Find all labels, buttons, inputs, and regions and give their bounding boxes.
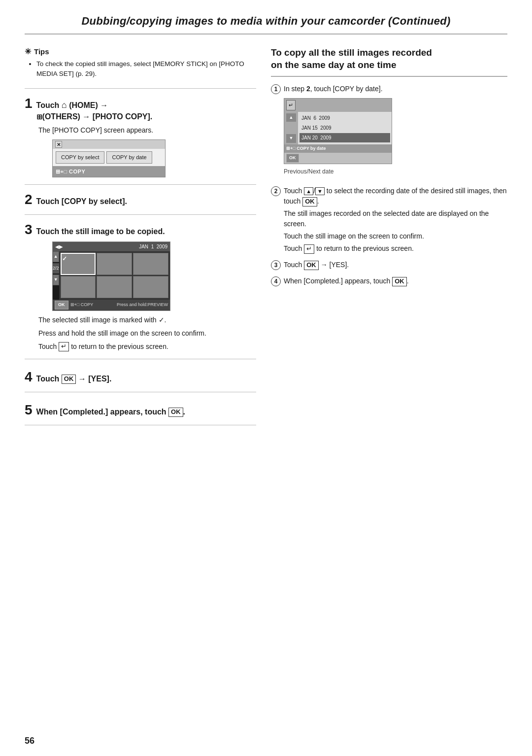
sub-step-1-num: 1 <box>271 84 281 94</box>
tips-icon: ✳ <box>25 47 31 56</box>
sub-step-3-content: Touch OK → [YES]. <box>284 260 507 270</box>
right-column: To copy all the still images recorded on… <box>271 47 507 292</box>
step-3-number: 3 <box>25 222 33 238</box>
right-sub-step-2: 2 Touch ▲/▼ to select the recording date… <box>271 186 507 254</box>
step-3-body3: Touch ↵ to return to the previous screen… <box>38 342 256 352</box>
sub-step-4-num: 4 <box>271 276 281 286</box>
step-1-number: 1 <box>25 96 33 111</box>
step-5-number: 5 <box>25 402 33 418</box>
date-row-1: JAN 6 2009 <box>299 113 390 123</box>
date-ok-row: OK <box>284 153 392 164</box>
date-down-btn[interactable]: ▼ <box>286 134 296 143</box>
thumb-cell-6[interactable] <box>133 276 168 298</box>
divider-after-step3 <box>25 359 256 359</box>
step-1-body: The [PHOTO COPY] screen appears. ✕ COPY … <box>38 125 256 177</box>
heading-line2: on the same day at one time <box>271 60 396 70</box>
divider-after-step2 <box>25 214 256 215</box>
sub-step-2-return-btn: ↵ <box>304 244 314 254</box>
left-column: ✳ Tips To check the copied still images,… <box>25 47 256 432</box>
screen-title-bar: ✕ <box>53 140 165 149</box>
thumb-grid: ✓ <box>59 251 170 300</box>
thumb-down-btn[interactable]: ▼ <box>53 275 59 285</box>
step-4-number: 4 <box>25 369 33 385</box>
thumb-date: JAN 1 2009 <box>139 243 167 250</box>
arrow-up-icon: ▲ <box>304 187 313 195</box>
date-up-btn[interactable]: ▲ <box>286 113 296 122</box>
step-5-ok-box: OK <box>168 408 183 417</box>
sub-step-4-content: When [Completed.] appears, touch OK. <box>284 276 507 286</box>
copy-bottom-bar: ⊞+□ COPY <box>53 166 165 177</box>
divider-after-step1 <box>25 184 256 185</box>
tips-label: Tips <box>34 47 49 56</box>
step-1-title: Touch ⌂ (HOME) → ⊞(OTHERS) → [PHOTO COPY… <box>36 99 153 123</box>
page-number: 56 <box>25 736 34 746</box>
right-section-heading: To copy all the still images recorded on… <box>271 47 507 77</box>
copy-by-date-btn[interactable]: COPY by date <box>106 151 152 164</box>
sub-step-2-num: 2 <box>271 186 281 196</box>
thumb-inner: ▲ 2/2 ▼ ✓ <box>53 251 170 300</box>
divider-after-step4 <box>25 392 256 392</box>
thumb-cell-2[interactable] <box>97 253 132 275</box>
step-3: 3 Touch the still image to be copied. ◀▶… <box>25 222 256 352</box>
step-1: 1 Touch ⌂ (HOME) → ⊞(OTHERS) → [PHOTO CO… <box>25 96 256 178</box>
step-2-header: 2 Touch [COPY by select]. <box>25 192 256 207</box>
thumb-cell-3[interactable] <box>133 253 168 275</box>
step-ref-bold: 2 <box>306 85 310 93</box>
main-content: ✳ Tips To check the copied still images,… <box>25 47 507 432</box>
sub-step-2-body2: Touch the still image on the screen to c… <box>284 231 507 241</box>
date-row-2: JAN 15 2009 <box>299 123 390 133</box>
step-3-return-btn: ↵ <box>59 342 69 351</box>
thumb-cell-5[interactable] <box>97 276 132 298</box>
step-1-body-text: The [PHOTO COPY] screen appears. <box>38 126 153 134</box>
page-title: Dubbing/copying images to media within y… <box>25 15 507 34</box>
step-5-title: When [Completed.] appears, touch OK. <box>36 407 185 417</box>
thumb-sidebar: ▲ 2/2 ▼ <box>53 251 59 300</box>
step-4-ok-box: OK <box>62 375 76 384</box>
thumb-copy-label: ⊞+□ COPY <box>70 302 94 309</box>
step-3-body: ◀▶ JAN 1 2009 ▲ 2/2 ▼ ✓ <box>38 241 256 352</box>
thumb-page-indicator: 2/2 <box>53 263 59 274</box>
step-4-title: Touch OK → [YES]. <box>36 374 112 384</box>
step-5: 5 When [Completed.] appears, touch OK. <box>25 399 256 418</box>
thumb-ok-btn[interactable]: OK <box>55 301 68 309</box>
right-sub-step-4: 4 When [Completed.] appears, touch OK. <box>271 276 507 286</box>
tips-title: ✳ Tips <box>25 47 256 56</box>
thumb-bottom: OK ⊞+□ COPY Press and hold:PREVIEW <box>53 300 170 310</box>
sub-step-2-line1: Touch ▲/▼ to select the recording date o… <box>284 186 507 206</box>
step-2-number: 2 <box>25 192 33 207</box>
step-1-screen: ✕ COPY by select COPY by date ⊞+□ COPY <box>52 139 166 177</box>
divider-after-step5 <box>25 425 256 425</box>
sub-step-2-body3: Touch ↵ to return to the previous screen… <box>284 243 507 254</box>
date-list: JAN 6 2009 JAN 15 2009 JAN 20 2009 <box>298 112 392 144</box>
sub-step-2-content: Touch ▲/▼ to select the recording date o… <box>284 186 507 254</box>
date-copy-by-date-label: ⊞+□ COPY by date <box>286 145 326 152</box>
date-row-3-highlighted: JAN 20 2009 <box>299 133 390 142</box>
step-1-header: 1 Touch ⌂ (HOME) → ⊞(OTHERS) → [PHOTO CO… <box>25 96 256 123</box>
thumb-cell-4[interactable] <box>61 276 96 298</box>
date-return-btn: ↵ <box>286 100 296 110</box>
page-container: Dubbing/copying images to media within y… <box>0 0 532 756</box>
sub-step-1-content: In step 2, touch [COPY by date]. ↵ ▲ ▼ <box>284 84 507 180</box>
copy-by-select-btn[interactable]: COPY by select <box>56 151 104 164</box>
step-3-screen: ◀▶ JAN 1 2009 ▲ 2/2 ▼ ✓ <box>52 241 170 311</box>
step-3-body2: Press and hold the still image on the sc… <box>38 328 256 339</box>
right-sub-step-3: 3 Touch OK → [YES]. <box>271 260 507 270</box>
date-caption: Previous/Next date <box>284 167 507 176</box>
step-4: 4 Touch OK → [YES]. <box>25 366 256 385</box>
close-btn: ✕ <box>55 141 62 148</box>
home-icon: ⌂ <box>62 100 67 110</box>
thumb-checkmark: ✓ <box>62 254 67 263</box>
date-ok-btn[interactable]: OK <box>286 154 299 163</box>
step-2-title: Touch [COPY by select]. <box>36 196 127 207</box>
tips-content: To check the copied still images, select… <box>25 59 256 79</box>
button-row: COPY by select COPY by date <box>53 149 165 166</box>
tips-item-1: To check the copied still images, select… <box>36 59 256 79</box>
divider-after-tips <box>25 88 256 89</box>
thumb-arrow-icon: ◀▶ <box>55 243 63 250</box>
sub-step-4-ok-box: OK <box>392 277 407 286</box>
sub-step-2-ok-box: OK <box>302 197 317 206</box>
tips-box: ✳ Tips To check the copied still images,… <box>25 47 256 79</box>
thumb-cell-1[interactable]: ✓ <box>61 253 96 275</box>
thumb-up-btn[interactable]: ▲ <box>53 251 59 262</box>
sub-step-2-body1: The still images recorded on the selecte… <box>284 208 507 229</box>
